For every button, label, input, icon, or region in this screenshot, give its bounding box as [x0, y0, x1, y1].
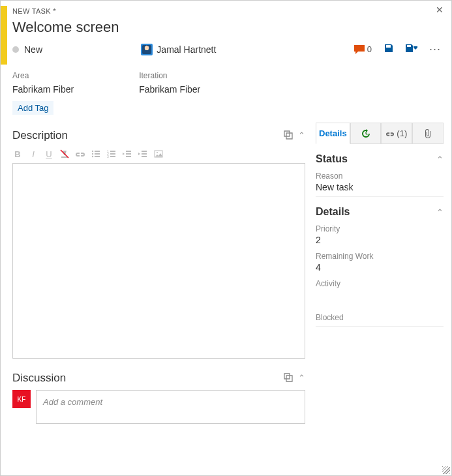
collapse-details-button[interactable]: ⌃ — [436, 207, 444, 217]
priority-label: Priority — [316, 224, 444, 233]
image-button[interactable] — [153, 149, 164, 159]
italic-button[interactable]: I — [28, 149, 38, 159]
work-item-title[interactable]: Welcome screen — [12, 19, 444, 36]
iteration-label: Iteration — [139, 71, 200, 80]
area-label: Area — [12, 71, 74, 80]
state-dot-icon — [12, 46, 19, 53]
discussion-heading: Discussion — [12, 372, 66, 385]
priority-value[interactable]: 2 — [316, 235, 444, 245]
indent-button[interactable] — [138, 149, 148, 159]
area-field[interactable]: Area Fabrikam Fiber — [12, 71, 74, 95]
bullet-list-button[interactable] — [91, 149, 101, 159]
blocked-label: Blocked — [316, 313, 444, 322]
discussion-section: Discussion ⌃ KF Add a comment — [12, 368, 305, 424]
rich-text-toolbar: B I U 123 — [12, 146, 305, 163]
underline-button[interactable]: U — [44, 149, 54, 159]
maximize-section-button[interactable] — [284, 130, 293, 141]
description-header-icons: ⌃ — [284, 130, 305, 141]
reason-label: Reason — [316, 171, 444, 181]
details-heading: Details — [316, 206, 350, 218]
iteration-field[interactable]: Iteration Fabrikam Fiber — [139, 71, 200, 95]
remaining-work-label: Remaining Work — [316, 252, 444, 261]
state-text: New — [24, 44, 42, 55]
tab-details-label: Details — [319, 128, 347, 138]
reason-value[interactable]: New task — [316, 182, 444, 192]
classification-row: Area Fabrikam Fiber Iteration Fabrikam F… — [1, 65, 451, 98]
collapse-section-button[interactable]: ⌃ — [298, 130, 305, 141]
tab-links[interactable]: (1) — [381, 123, 412, 144]
work-item-type-label: NEW TASK * — [12, 6, 444, 15]
bold-button[interactable]: B — [12, 149, 23, 159]
body: Description ⌃ B I U 123 — [1, 121, 451, 475]
maximize-discussion-button[interactable] — [284, 373, 293, 384]
description-editor[interactable] — [12, 163, 305, 359]
more-actions-button[interactable]: ··· — [429, 42, 441, 56]
activity-value[interactable] — [316, 290, 444, 300]
status-section: Status ⌃ Reason New task — [316, 153, 444, 197]
svg-point-0 — [92, 151, 93, 152]
assignee-field[interactable]: Jamal Hartnett — [141, 44, 216, 55]
discussion-input[interactable]: Add a comment — [36, 390, 305, 424]
discussion-input-row: KF Add a comment — [12, 390, 305, 424]
right-column: Details (1) Status ⌃ Reason New task Det… — [313, 121, 451, 475]
save-icon — [384, 43, 394, 53]
description-header: Description ⌃ — [12, 129, 305, 142]
work-item-dialog: NEW TASK * Welcome screen New Jamal Hart… — [0, 0, 452, 476]
tab-links-count: (1) — [397, 128, 407, 138]
svg-text:3: 3 — [107, 155, 109, 158]
svg-point-7 — [157, 152, 158, 153]
tab-history[interactable] — [350, 123, 382, 144]
svg-point-1 — [92, 153, 93, 155]
save-close-icon — [406, 43, 417, 53]
svg-point-2 — [92, 156, 93, 157]
description-heading: Description — [12, 129, 68, 142]
area-value: Fabrikam Fiber — [12, 84, 74, 95]
details-section: Details ⌃ Priority 2 Remaining Work 4 Ac… — [316, 206, 444, 327]
save-close-button[interactable] — [406, 43, 417, 55]
header-actions: 0 ··· — [354, 42, 441, 56]
close-button[interactable]: ✕ — [436, 5, 444, 15]
collapse-discussion-button[interactable]: ⌃ — [298, 373, 305, 384]
link-icon — [386, 130, 394, 138]
comment-count: 0 — [367, 44, 372, 54]
number-list-button[interactable]: 123 — [106, 149, 117, 159]
outdent-button[interactable] — [122, 149, 132, 159]
iteration-value: Fabrikam Fiber — [139, 84, 200, 95]
comments-indicator[interactable]: 0 — [354, 44, 372, 54]
history-icon — [361, 129, 370, 138]
activity-label: Activity — [316, 279, 444, 288]
add-tag-button[interactable]: Add Tag — [12, 101, 53, 115]
current-user-avatar: KF — [12, 390, 31, 408]
info-row: New Jamal Hartnett 0 — [12, 42, 444, 56]
link-button[interactable] — [75, 149, 85, 159]
tab-details[interactable]: Details — [316, 123, 350, 144]
collapse-status-button[interactable]: ⌃ — [436, 155, 444, 164]
attachment-icon — [424, 129, 432, 138]
left-column: Description ⌃ B I U 123 — [1, 121, 313, 475]
remaining-work-value[interactable]: 4 — [316, 262, 444, 273]
header-bar: NEW TASK * Welcome screen New Jamal Hart… — [1, 1, 451, 65]
clear-format-button[interactable] — [59, 149, 70, 159]
save-button[interactable] — [384, 43, 394, 55]
state-field[interactable]: New — [12, 44, 42, 55]
tags-row: Add Tag — [1, 98, 451, 121]
resize-grip[interactable] — [442, 466, 450, 474]
tab-attachments[interactable] — [412, 123, 444, 144]
avatar-icon — [141, 44, 153, 55]
header-content: NEW TASK * Welcome screen New Jamal Hart… — [7, 6, 444, 56]
tab-strip: Details (1) — [316, 123, 444, 144]
assignee-name: Jamal Hartnett — [157, 44, 216, 55]
comment-icon — [354, 45, 365, 54]
task-color-bar — [1, 6, 7, 65]
discussion-header: Discussion ⌃ — [12, 372, 305, 385]
discussion-header-icons: ⌃ — [284, 373, 305, 384]
status-heading: Status — [316, 153, 348, 165]
